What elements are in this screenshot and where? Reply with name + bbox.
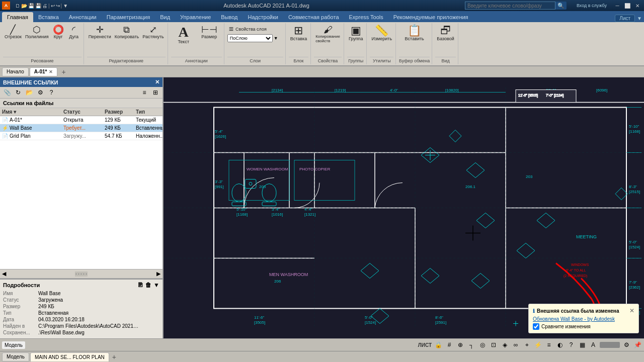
xref-panel-close[interactable]: ✕	[155, 79, 159, 85]
sheet-dropdown-icon[interactable]: ▼	[637, 16, 642, 21]
xref-refresh-btn[interactable]: ↻	[13, 88, 23, 97]
status-annotations-icon[interactable]: 📌	[633, 340, 642, 349]
tab-recommended[interactable]: Рекомендуемые приложения	[388, 12, 473, 22]
ribbon-btn-arc[interactable]: ◜ Дуга	[66, 24, 82, 40]
tab-view[interactable]: Вид	[155, 12, 175, 22]
col-header-name[interactable]: Имя ▾	[2, 109, 62, 115]
search-icon[interactable]: 🔍	[555, 3, 567, 9]
status-snap-icon[interactable]: ⊕	[456, 340, 465, 349]
tab-collaborate[interactable]: Совместная работа	[283, 12, 344, 22]
status-qp-icon[interactable]: ?	[567, 340, 576, 349]
layer-dropdown-arrow[interactable]: ▼	[274, 36, 278, 41]
doc-tab-close[interactable]: ✕	[49, 69, 53, 74]
minimize-btn[interactable]: ─	[613, 2, 622, 10]
ribbon-btn-group[interactable]: ▣ Группа	[347, 24, 365, 42]
tab-output[interactable]: Вывод	[216, 12, 243, 22]
status-lock-icon[interactable]: 🔒	[434, 340, 443, 349]
qat-plot[interactable]: 🖨	[42, 3, 47, 9]
ribbon-btn-paste[interactable]: 📋 Вставить	[404, 24, 426, 42]
status-otrack-icon[interactable]: ∞	[511, 340, 520, 349]
ribbon-btn-insert[interactable]: ⊞ Вставка	[289, 24, 308, 42]
status-workspace-icon[interactable]: ⚙	[622, 340, 631, 349]
status-dyn-icon[interactable]: ⚡	[533, 340, 542, 349]
status-transparency-icon[interactable]: ◐	[555, 340, 565, 349]
qat-undo[interactable]: ↩	[51, 3, 55, 9]
search-input[interactable]	[465, 2, 555, 10]
status-annoscale-icon[interactable]: A	[589, 340, 598, 349]
ribbon-btn-layer-props[interactable]: ≡ Свойства слоя	[227, 24, 283, 34]
xref-list-view-btn[interactable]: ≡	[139, 88, 149, 97]
doc-tab-start[interactable]: Начало	[2, 67, 29, 76]
layer-dropdown[interactable]: ПоСлою	[227, 34, 273, 42]
xref-row-1[interactable]: ⚡ Wall Base Требует... 249 КБ Вставленны…	[0, 124, 163, 132]
tab-home[interactable]: Главная	[2, 12, 33, 22]
ribbon-btn-measure[interactable]: 📏 Измерить	[370, 24, 393, 42]
ribbon-btn-polyline[interactable]: ⬡ Полилиния	[24, 24, 50, 40]
ribbon-btn-dim[interactable]: ⊢⊣ Размер	[197, 24, 222, 45]
details-header: Подробности 🖹 🗑 ▼	[3, 282, 159, 289]
tab-insert[interactable]: Вставка	[33, 12, 64, 22]
qat-redo[interactable]: ↪	[56, 3, 60, 9]
xref-help-btn[interactable]: ?	[46, 88, 56, 97]
notif-close-btn[interactable]: ✕	[629, 307, 634, 314]
xref-attach-btn[interactable]: 📎	[2, 88, 12, 97]
tab-param[interactable]: Параметризация	[102, 12, 155, 22]
cad-drawing[interactable]: [2134] [1219] 4'-0" [10820] 20'-0" [6096…	[164, 77, 644, 338]
resize-handle[interactable]: • • • • •	[75, 272, 88, 277]
tab-annotate[interactable]: Аннотации	[64, 12, 102, 22]
status-osnap-icon[interactable]: ⊡	[489, 340, 498, 349]
tab-express[interactable]: Express Tools	[344, 12, 388, 22]
doc-tab-a01[interactable]: A-01* ✕	[30, 67, 58, 76]
layout-add-btn[interactable]: +	[110, 353, 118, 361]
restore-btn[interactable]: ⬜	[623, 2, 632, 10]
details-collapse-btn[interactable]: ▼	[153, 282, 159, 289]
qat-saveas[interactable]: 💾	[35, 3, 41, 9]
status-ortho-icon[interactable]: ┐	[467, 340, 476, 349]
model-tab-btn[interactable]: Модель	[2, 341, 25, 349]
svg-text:[1524]: [1524]	[629, 245, 640, 249]
xref-settings-btn[interactable]: ⚙	[35, 88, 45, 97]
qat-new[interactable]: 🗋	[15, 3, 20, 9]
status-grid-icon[interactable]: #	[445, 340, 454, 349]
user-btn[interactable]: Вход в службу	[572, 2, 612, 10]
xref-tree-view-btn[interactable]: ⊞	[150, 88, 160, 97]
notif-checkbox[interactable]	[533, 323, 539, 330]
status-ucs-icon[interactable]: ⌖	[522, 340, 531, 349]
ribbon-btn-copy[interactable]: ⧉ Копировать	[113, 24, 140, 40]
notif-link[interactable]: Обновлена Wall Base - by Autodesk	[533, 316, 634, 322]
new-tab-btn[interactable]: +	[58, 67, 68, 76]
status-polar-icon[interactable]: ◎	[478, 340, 487, 349]
title-bar: A 🗋 📂 💾 💾 🖨 | ↩ ↪ | ▼ Autodesk AutoCAD 2…	[0, 0, 644, 11]
ribbon-btn-stretch[interactable]: ⤢ Растянуть	[141, 24, 166, 40]
xref-row-0[interactable]: 📄 A-01* Открыта 129 КБ Текущий 11.01.200…	[0, 116, 163, 124]
xref-row-2[interactable]: 📄 Grid Plan Загружу... 54.7 КБ Наложенн.…	[0, 132, 163, 140]
ribbon-btn-base[interactable]: 🗗 Базовой	[435, 24, 456, 42]
xref-open-btn[interactable]: 📂	[24, 88, 34, 97]
ribbon-btn-line[interactable]: ╱ Отрезок	[3, 24, 23, 40]
scroll-left-btn[interactable]: ◀	[2, 270, 6, 277]
close-btn[interactable]: ✕	[633, 2, 642, 10]
scroll-right-btn[interactable]: ▶	[156, 270, 160, 277]
status-lineweight-icon[interactable]: ≡	[544, 340, 553, 349]
ribbon-btn-matchprop[interactable]: 🖌 Копированиесвойств	[314, 24, 342, 44]
ribbon-btn-move[interactable]: ✛ Перенести	[87, 24, 113, 40]
cad-canvas-area[interactable]: [2134] [1219] 4'-0" [10820] 20'-0" [6096…	[164, 77, 644, 338]
qat-save[interactable]: 💾	[28, 3, 34, 9]
status-3dosnap-icon[interactable]: ◈	[500, 340, 509, 349]
details-icon-1[interactable]: 🖹	[137, 282, 143, 289]
text-label: Текст	[178, 39, 189, 44]
ribbon-btn-circle[interactable]: ⭕ Круг	[51, 24, 66, 40]
qat-dropdown[interactable]: ▼	[63, 3, 68, 9]
tab-manage[interactable]: Управление	[175, 12, 216, 22]
details-icon-2[interactable]: 🗑	[145, 282, 151, 289]
svg-text:[2515]: [2515]	[629, 190, 640, 194]
layout-tab-floorplan[interactable]: MAIN AND SE... FLOOR PLAN	[30, 352, 109, 361]
sheet-tab-btn[interactable]: Лист	[615, 15, 635, 22]
status-lист: ЛИСТ	[418, 342, 432, 348]
tab-addins[interactable]: Надстройки	[243, 12, 283, 22]
status-scale-bar[interactable]	[600, 342, 620, 348]
layout-tab-model[interactable]: Модель	[2, 352, 29, 361]
status-sel-icon[interactable]: ▦	[578, 340, 587, 349]
ribbon-btn-text[interactable]: A Текст	[171, 24, 196, 45]
qat-open[interactable]: 📂	[21, 3, 27, 9]
